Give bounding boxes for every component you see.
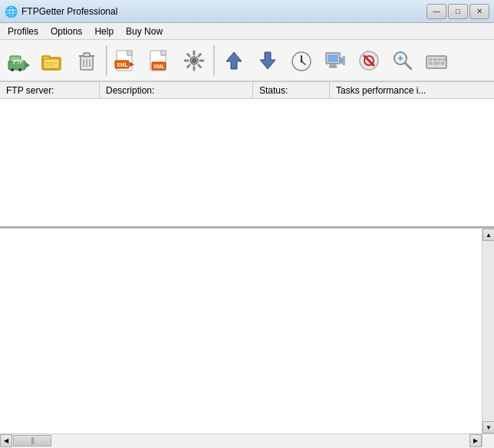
keyboard-button[interactable]: [420, 43, 453, 78]
title-bar-left: 🌐 FTPGetter Professional: [5, 5, 117, 18]
export-xml-button[interactable]: XML: [144, 43, 176, 78]
import-xml-button[interactable]: XML: [110, 43, 143, 78]
svg-rect-66: [441, 62, 444, 64]
svg-rect-67: [443, 58, 446, 61]
new-profile-icon: FTP: [7, 48, 31, 73]
column-headers: FTP server: Description: Status: Tasks p…: [0, 82, 494, 99]
upload-icon: [222, 48, 246, 73]
horizontal-scrollbar[interactable]: ◀ ||| ▶: [0, 433, 482, 446]
open-profile-button[interactable]: [37, 43, 69, 78]
menu-help[interactable]: Help: [88, 25, 120, 38]
close-button[interactable]: ✕: [469, 4, 489, 19]
scheduler-button[interactable]: [285, 43, 318, 78]
title-bar-buttons: — □ ✕: [426, 4, 489, 19]
svg-line-36: [199, 64, 201, 67]
delete-profile-button[interactable]: [71, 43, 103, 78]
search-icon: [390, 48, 415, 73]
svg-text:FTP: FTP: [13, 59, 24, 64]
svg-rect-63: [438, 58, 441, 61]
col-status: Status:: [253, 82, 330, 98]
title-bar: 🌐 FTPGetter Professional — □ ✕: [0, 0, 494, 23]
open-profile-icon: [41, 48, 65, 73]
scroll-up-button[interactable]: ▲: [482, 229, 494, 241]
separator-1: [106, 45, 107, 76]
download-icon: [255, 48, 280, 73]
svg-point-45: [301, 60, 303, 62]
scroll-right-button[interactable]: ▶: [469, 434, 482, 447]
svg-rect-64: [429, 62, 432, 64]
svg-line-35: [188, 54, 190, 56]
menu-options[interactable]: Options: [44, 25, 88, 38]
svg-marker-1: [25, 62, 30, 68]
svg-line-37: [199, 54, 201, 56]
svg-rect-61: [429, 58, 432, 61]
ftp-log-button[interactable]: [319, 43, 351, 78]
search-button[interactable]: [387, 43, 419, 78]
maximize-button[interactable]: □: [448, 4, 468, 19]
svg-text:XML: XML: [153, 64, 166, 69]
stop-button[interactable]: [353, 43, 385, 78]
svg-line-56: [405, 63, 411, 69]
delete-profile-icon: [74, 48, 99, 73]
menu-buy-now[interactable]: Buy Now: [120, 25, 169, 38]
scroll-track-v: [482, 241, 494, 421]
toolbar: FTP: [0, 40, 494, 82]
export-xml-icon: XML: [148, 48, 173, 73]
svg-rect-47: [328, 54, 338, 62]
import-xml-icon: XML: [114, 48, 139, 73]
ftp-log-icon: [323, 48, 347, 73]
col-description: Description:: [100, 82, 253, 98]
col-ftp-server: FTP server:: [0, 82, 100, 98]
new-profile-button[interactable]: FTP: [3, 43, 35, 78]
download-button[interactable]: [252, 43, 284, 78]
svg-point-3: [11, 68, 14, 71]
settings-icon: [182, 48, 206, 73]
svg-rect-8: [44, 59, 59, 68]
vertical-scrollbar[interactable]: ▲ ▼: [482, 229, 494, 433]
svg-marker-41: [260, 52, 275, 69]
stop-icon: [357, 48, 381, 73]
svg-marker-40: [226, 52, 242, 69]
minimize-button[interactable]: —: [426, 4, 446, 19]
col-tasks-performance: Tasks performance i...: [330, 82, 494, 98]
scroll-thumb-h[interactable]: |||: [13, 435, 51, 446]
upload-button[interactable]: [218, 43, 250, 78]
scroll-down-button[interactable]: ▼: [482, 421, 494, 433]
svg-point-4: [18, 68, 21, 71]
svg-text:XML: XML: [117, 62, 129, 68]
menu-profiles[interactable]: Profiles: [2, 25, 44, 38]
keyboard-icon: [424, 48, 449, 73]
bottom-panel: ▲ ▼ ◀ ||| ▶: [0, 228, 494, 446]
scroll-left-button[interactable]: ◀: [0, 434, 12, 447]
svg-point-39: [192, 58, 196, 63]
svg-line-38: [188, 64, 190, 67]
svg-rect-51: [341, 58, 344, 63]
menu-bar: Profiles Options Help Buy Now: [0, 23, 494, 40]
svg-rect-27: [161, 51, 166, 55]
app-icon: 🌐: [5, 5, 17, 18]
svg-rect-49: [329, 66, 337, 68]
profile-list: [0, 99, 494, 228]
scroll-corner: [482, 433, 494, 446]
scheduler-icon: [289, 48, 314, 73]
settings-button[interactable]: [178, 43, 210, 78]
svg-rect-65: [433, 62, 440, 64]
window-title: FTPGetter Professional: [21, 6, 117, 17]
separator-2: [213, 45, 215, 76]
svg-rect-21: [127, 51, 132, 55]
svg-rect-62: [433, 58, 436, 61]
